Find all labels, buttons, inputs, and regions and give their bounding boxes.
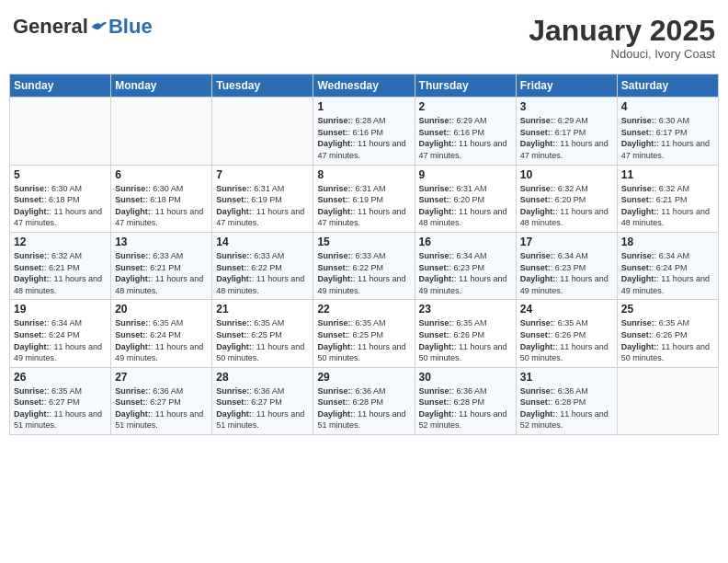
sunrise-info: Sunrise:: 6:33 AM	[115, 251, 183, 260]
sunrise-info: Sunrise:: 6:29 AM	[520, 116, 588, 125]
day-number: 29	[317, 371, 410, 384]
daylight-info: Daylight:: 11 hours and 47 minutes.	[520, 139, 609, 160]
calendar-cell: 15Sunrise:: 6:33 AMSunset:: 6:22 PMDayli…	[313, 232, 415, 299]
daylight-info: Daylight:: 11 hours and 48 minutes.	[216, 274, 304, 295]
sunset-info: Sunset:: 6:16 PM	[419, 128, 485, 137]
daylight-info: Daylight:: 11 hours and 48 minutes.	[520, 207, 609, 228]
weekday-header-row: SundayMondayTuesdayWednesdayThursdayFrid…	[10, 75, 719, 98]
sunset-info: Sunset:: 6:24 PM	[621, 263, 688, 272]
day-info: Sunrise:: 6:36 AMSunset:: 6:28 PMDayligh…	[419, 385, 512, 431]
day-number: 16	[419, 236, 512, 248]
calendar-cell: 1Sunrise:: 6:28 AMSunset:: 6:16 PMDaylig…	[313, 98, 415, 165]
sunset-info: Sunset:: 6:26 PM	[621, 330, 688, 339]
day-info: Sunrise:: 6:31 AMSunset:: 6:19 PMDayligh…	[216, 183, 309, 229]
calendar-table: SundayMondayTuesdayWednesdayThursdayFrid…	[9, 74, 719, 435]
day-number: 5	[14, 168, 107, 181]
sunset-info: Sunset:: 6:22 PM	[317, 263, 383, 272]
sunrise-info: Sunrise:: 6:35 AM	[14, 386, 82, 396]
sunrise-info: Sunrise:: 6:32 AM	[520, 184, 588, 193]
sunset-info: Sunset:: 6:23 PM	[419, 263, 485, 272]
day-number: 2	[419, 100, 512, 113]
day-number: 21	[216, 303, 309, 316]
day-number: 22	[317, 303, 410, 316]
sunrise-info: Sunrise:: 6:35 AM	[115, 318, 183, 327]
daylight-info: Daylight:: 11 hours and 47 minutes.	[115, 207, 203, 228]
daylight-info: Daylight:: 11 hours and 49 minutes.	[14, 342, 102, 363]
calendar-cell: 30Sunrise:: 6:36 AMSunset:: 6:28 PMDayli…	[415, 367, 516, 434]
daylight-info: Daylight:: 11 hours and 51 minutes.	[14, 409, 102, 431]
calendar-cell: 5Sunrise:: 6:30 AMSunset:: 6:18 PMDaylig…	[10, 165, 111, 232]
calendar-week-2: 5Sunrise:: 6:30 AMSunset:: 6:18 PMDaylig…	[10, 165, 719, 232]
day-info: Sunrise:: 6:35 AMSunset:: 6:27 PMDayligh…	[14, 385, 107, 431]
day-number: 25	[621, 303, 714, 316]
day-number: 18	[621, 236, 714, 248]
sunrise-info: Sunrise:: 6:31 AM	[317, 184, 385, 193]
day-number: 20	[115, 303, 208, 316]
calendar-cell: 11Sunrise:: 6:32 AMSunset:: 6:21 PMDayli…	[617, 165, 718, 232]
day-number: 9	[419, 168, 512, 181]
day-number: 26	[14, 371, 107, 384]
sunrise-info: Sunrise:: 6:32 AM	[14, 251, 82, 260]
calendar-cell: 31Sunrise:: 6:36 AMSunset:: 6:28 PMDayli…	[516, 367, 617, 434]
calendar-cell: 7Sunrise:: 6:31 AMSunset:: 6:19 PMDaylig…	[212, 165, 313, 232]
daylight-info: Daylight:: 11 hours and 50 minutes.	[621, 342, 710, 363]
daylight-info: Daylight:: 11 hours and 50 minutes.	[216, 342, 304, 363]
title-block: January 2025 Ndouci, Ivory Coast	[529, 15, 715, 61]
day-info: Sunrise:: 6:29 AMSunset:: 6:17 PMDayligh…	[520, 115, 613, 161]
sunrise-info: Sunrise:: 6:36 AM	[520, 386, 588, 396]
daylight-info: Daylight:: 11 hours and 49 minutes.	[419, 274, 507, 295]
daylight-info: Daylight:: 11 hours and 52 minutes.	[419, 409, 507, 431]
day-number: 6	[115, 168, 208, 181]
calendar-cell: 21Sunrise:: 6:35 AMSunset:: 6:25 PMDayli…	[212, 300, 313, 367]
day-info: Sunrise:: 6:35 AMSunset:: 6:25 PMDayligh…	[216, 317, 309, 363]
calendar-cell	[10, 98, 111, 165]
page-header: General Blue January 2025 Ndouci, Ivory …	[9, 9, 719, 66]
daylight-info: Daylight:: 11 hours and 49 minutes.	[621, 274, 710, 295]
day-info: Sunrise:: 6:35 AMSunset:: 6:25 PMDayligh…	[317, 317, 410, 363]
day-info: Sunrise:: 6:33 AMSunset:: 6:22 PMDayligh…	[317, 250, 410, 296]
day-info: Sunrise:: 6:35 AMSunset:: 6:26 PMDayligh…	[621, 317, 714, 363]
sunrise-info: Sunrise:: 6:35 AM	[520, 318, 588, 327]
daylight-info: Daylight:: 11 hours and 48 minutes.	[621, 207, 710, 228]
sunset-info: Sunset:: 6:22 PM	[216, 263, 282, 272]
sunset-info: Sunset:: 6:18 PM	[115, 195, 181, 204]
weekday-header-thursday: Thursday	[415, 75, 516, 98]
calendar-cell: 9Sunrise:: 6:31 AMSunset:: 6:20 PMDaylig…	[415, 165, 516, 232]
daylight-info: Daylight:: 11 hours and 52 minutes.	[520, 409, 609, 431]
day-number: 15	[317, 236, 410, 248]
sunset-info: Sunset:: 6:28 PM	[520, 397, 586, 407]
calendar-cell	[111, 98, 212, 165]
calendar-cell: 23Sunrise:: 6:35 AMSunset:: 6:26 PMDayli…	[415, 300, 516, 367]
sunrise-info: Sunrise:: 6:32 AM	[621, 184, 689, 193]
day-info: Sunrise:: 6:34 AMSunset:: 6:24 PMDayligh…	[14, 317, 107, 363]
day-number: 14	[216, 236, 309, 248]
sunrise-info: Sunrise:: 6:28 AM	[317, 116, 385, 125]
day-info: Sunrise:: 6:33 AMSunset:: 6:21 PMDayligh…	[115, 250, 208, 296]
day-info: Sunrise:: 6:30 AMSunset:: 6:18 PMDayligh…	[14, 183, 107, 229]
day-info: Sunrise:: 6:35 AMSunset:: 6:24 PMDayligh…	[115, 317, 208, 363]
calendar-cell: 26Sunrise:: 6:35 AMSunset:: 6:27 PMDayli…	[10, 367, 111, 434]
sunrise-info: Sunrise:: 6:35 AM	[621, 318, 689, 327]
day-info: Sunrise:: 6:32 AMSunset:: 6:21 PMDayligh…	[621, 183, 714, 229]
sunrise-info: Sunrise:: 6:33 AM	[317, 251, 385, 260]
sunrise-info: Sunrise:: 6:35 AM	[317, 318, 385, 327]
weekday-header-sunday: Sunday	[10, 75, 111, 98]
calendar-cell: 16Sunrise:: 6:34 AMSunset:: 6:23 PMDayli…	[415, 232, 516, 299]
weekday-header-monday: Monday	[111, 75, 212, 98]
sunrise-info: Sunrise:: 6:31 AM	[419, 184, 487, 193]
day-number: 27	[115, 371, 208, 384]
calendar-cell: 13Sunrise:: 6:33 AMSunset:: 6:21 PMDayli…	[111, 232, 212, 299]
sunset-info: Sunset:: 6:21 PM	[115, 263, 181, 272]
sunset-info: Sunset:: 6:27 PM	[115, 397, 181, 407]
calendar-cell: 4Sunrise:: 6:30 AMSunset:: 6:17 PMDaylig…	[617, 98, 718, 165]
calendar-cell: 10Sunrise:: 6:32 AMSunset:: 6:20 PMDayli…	[516, 165, 617, 232]
calendar-week-1: 1Sunrise:: 6:28 AMSunset:: 6:16 PMDaylig…	[10, 98, 719, 165]
location-subtitle: Ndouci, Ivory Coast	[529, 47, 715, 61]
sunrise-info: Sunrise:: 6:34 AM	[520, 251, 588, 260]
weekday-header-tuesday: Tuesday	[212, 75, 313, 98]
calendar-cell: 20Sunrise:: 6:35 AMSunset:: 6:24 PMDayli…	[111, 300, 212, 367]
day-number: 4	[621, 100, 714, 113]
day-info: Sunrise:: 6:32 AMSunset:: 6:20 PMDayligh…	[520, 183, 613, 229]
day-number: 28	[216, 371, 309, 384]
sunset-info: Sunset:: 6:21 PM	[621, 195, 688, 204]
